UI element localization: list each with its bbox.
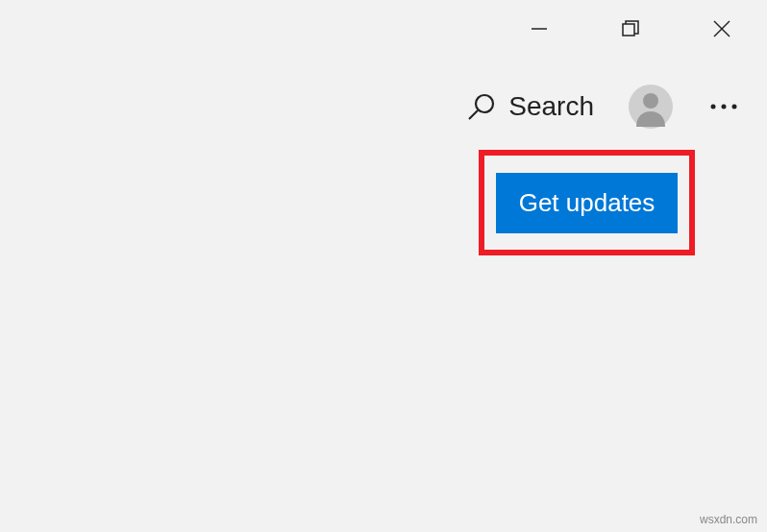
svg-point-9 [732, 105, 737, 109]
minimize-button[interactable] [493, 0, 584, 58]
close-icon [712, 19, 731, 38]
ellipsis-icon [709, 103, 738, 110]
svg-point-7 [711, 105, 716, 109]
search-button[interactable]: Search [466, 91, 594, 122]
user-avatar-button[interactable] [629, 85, 673, 129]
search-label: Search [508, 91, 594, 122]
minimize-icon [531, 20, 548, 37]
svg-rect-1 [623, 24, 634, 36]
svg-point-4 [476, 95, 493, 112]
search-icon [466, 91, 497, 122]
close-button[interactable] [676, 0, 767, 58]
highlight-annotation: Get updates [479, 150, 695, 255]
app-toolbar: Search [466, 85, 748, 129]
person-icon [629, 85, 673, 129]
window-title-bar [493, 0, 767, 58]
svg-line-5 [469, 110, 478, 119]
more-options-button[interactable] [700, 85, 748, 129]
watermark-text: wsxdn.com [700, 513, 757, 526]
svg-point-6 [643, 93, 658, 109]
get-updates-button[interactable]: Get updates [496, 173, 679, 233]
svg-point-8 [722, 105, 727, 109]
maximize-icon [621, 19, 640, 38]
maximize-button[interactable] [584, 0, 676, 58]
